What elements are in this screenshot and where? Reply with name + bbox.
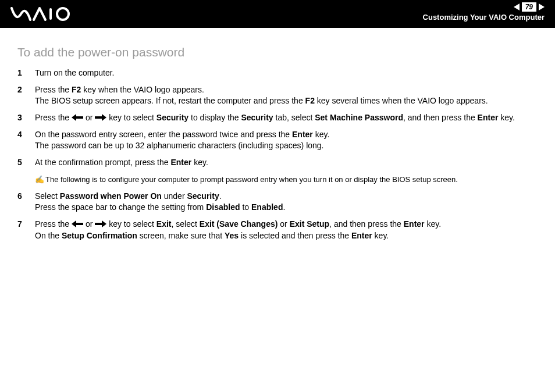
- step-4: 4 On the password entry screen, enter th…: [17, 129, 538, 151]
- svg-rect-0: [49, 8, 52, 20]
- step-number: 6: [17, 191, 35, 202]
- header-bar: 79 Customizing Your VAIO Computer: [0, 0, 555, 28]
- steps-list: 1 Turn on the computer. 2 Press the F2 k…: [17, 67, 538, 168]
- step-number: 1: [17, 67, 35, 79]
- step-number: 2: [17, 84, 35, 95]
- content-area: To add the power-on password 1 Turn on t…: [0, 28, 555, 258]
- step-body: Press the or key to select Security to d…: [35, 112, 538, 124]
- step-3: 3 Press the or key to select Security to…: [17, 112, 538, 124]
- vaio-logo: [10, 6, 74, 24]
- step-body: Press the or key to select Exit, select …: [35, 219, 538, 241]
- step-number: 5: [17, 157, 35, 168]
- step-6: 6 Select Password when Power On under Se…: [17, 191, 538, 213]
- step-2: 2 Press the F2 key when the VAIO logo ap…: [17, 84, 538, 106]
- arrow-right-icon: [95, 113, 106, 124]
- step-7: 7 Press the or key to select Exit, selec…: [17, 219, 538, 241]
- arrow-right-icon: [95, 219, 106, 230]
- step-1: 1 Turn on the computer.: [17, 67, 538, 79]
- arrow-left-icon: [72, 219, 83, 230]
- header-nav: 79 Customizing Your VAIO Computer: [423, 2, 545, 22]
- note-icon: ✍: [35, 175, 44, 184]
- step-body: Press the F2 key when the VAIO logo appe…: [35, 84, 538, 106]
- step-body: Turn on the computer.: [35, 67, 538, 79]
- page-heading: To add the power-on password: [17, 45, 538, 59]
- step-body: On the password entry screen, enter the …: [35, 129, 538, 151]
- arrow-left-icon: [72, 113, 83, 124]
- svg-point-1: [57, 8, 69, 20]
- step-5: 5 At the confirmation prompt, press the …: [17, 157, 538, 168]
- step-number: 4: [17, 129, 35, 140]
- step-number: 3: [17, 112, 35, 123]
- note-text: The following is to configure your compu…: [45, 175, 458, 184]
- page-number: 79: [522, 2, 536, 12]
- next-page-icon[interactable]: [539, 3, 545, 10]
- step-body: At the confirmation prompt, press the En…: [35, 157, 538, 168]
- prev-page-icon[interactable]: [514, 3, 520, 10]
- note-block: ✍The following is to configure your comp…: [35, 175, 538, 184]
- steps-list-cont: 6 Select Password when Power On under Se…: [17, 191, 538, 241]
- step-number: 7: [17, 219, 35, 230]
- step-body: Select Password when Power On under Secu…: [35, 191, 538, 213]
- section-title: Customizing Your VAIO Computer: [423, 13, 545, 22]
